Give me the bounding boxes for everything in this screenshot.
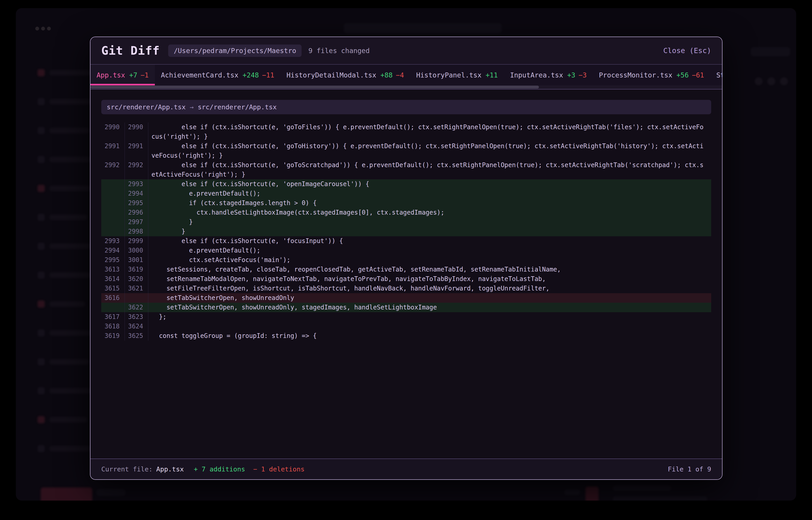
dimmed-topright-button (751, 47, 790, 56)
file-tab-app-tsx[interactable]: App.tsx+7−1 (91, 64, 155, 85)
diff-row-context: 29932999 else if (ctx.isShortcut(e, 'foc… (101, 236, 711, 246)
new-line-number: 3619 (125, 265, 148, 274)
diff-row-added: 2998 } (101, 227, 711, 236)
dimmed-sidebar-icon (38, 416, 45, 423)
tab-label: InputArea.tsx (510, 71, 563, 79)
file-tab-achievementcard-tsx[interactable]: AchievementCard.tsx+248−11 (155, 64, 280, 85)
code-line: } (148, 227, 704, 236)
diff-row-context: 36143620 setRenameTabModalOpen, navigate… (101, 274, 711, 284)
dimmed-sidebar-label (49, 446, 95, 451)
dimmed-sidebar-label (49, 214, 88, 220)
old-line-number: 2993 (101, 236, 125, 246)
code-line: ctx.handleSetLightboxImage(ctx.stagedIma… (148, 208, 704, 217)
dimmed-sidebar-label (49, 272, 92, 278)
code-line: else if (ctx.isShortcut(e, 'goToHistory'… (148, 141, 704, 160)
dimmed-sidebar-label (49, 99, 97, 105)
dimmed-topright-icon (780, 77, 788, 85)
diff-content: src/renderer/App.tsx → src/renderer/App.… (91, 89, 722, 459)
file-tab-processmonitor-tsx[interactable]: ProcessMonitor.tsx+56−61 (593, 64, 710, 85)
code-line: const toggleGroup = (groupId: string) =>… (148, 331, 704, 341)
old-line-number: 3615 (101, 284, 125, 293)
maximize-traffic-light-icon[interactable] (47, 27, 51, 30)
new-line-number: 2991 (125, 141, 148, 160)
old-line-number: 3619 (101, 331, 125, 341)
old-line-number: 2990 (101, 123, 125, 141)
code-line: else if (ctx.isShortcut(e, 'goToFiles'))… (148, 123, 704, 141)
diff-row-context: 36153621 setFileTreeFilterOpen, isShortc… (101, 284, 711, 293)
file-tab-inputarea-tsx[interactable]: InputArea.tsx+3−3 (504, 64, 593, 85)
minimize-traffic-light-icon[interactable] (41, 27, 45, 30)
deletions-count: − 1 deletions (253, 465, 304, 473)
new-line-number: 3625 (125, 331, 148, 341)
tab-additions: +248 (243, 71, 259, 79)
dimmed-bottom-right-pill (564, 489, 580, 495)
code-line: else if (ctx.isShortcut(e, 'openImageCar… (148, 179, 704, 189)
dimmed-sidebar-icon (38, 329, 45, 337)
diff-row-context: 29912991 else if (ctx.isShortcut(e, 'goT… (101, 141, 711, 160)
old-line-number: 3616 (101, 293, 125, 303)
dimmed-sidebar-label (49, 417, 88, 423)
dimmed-sidebar-icon (38, 69, 45, 76)
tab-additions: +7 (129, 71, 137, 79)
new-line-number: 2992 (125, 160, 148, 179)
dimmed-topright-icon (755, 77, 763, 85)
diff-row-context: 36183624 (101, 322, 711, 331)
file-tab-historypanel-tsx[interactable]: HistoryPanel.tsx+11 (410, 64, 504, 85)
file-position-indicator: File 1 of 9 (668, 465, 711, 473)
tabs-scrollbar-thumb[interactable] (91, 86, 539, 88)
dimmed-sidebar-icon (38, 214, 45, 221)
close-traffic-light-icon[interactable] (35, 27, 39, 30)
dimmed-titlebar-text (344, 23, 502, 33)
old-line-number: 2992 (101, 160, 125, 179)
old-line-number (101, 227, 125, 236)
tab-label: App.tsx (97, 71, 125, 79)
tab-label: Stand (716, 71, 722, 79)
tab-deletions: −3 (579, 71, 587, 79)
diff-row-context: 29922992 else if (ctx.isShortcut(e, 'goT… (101, 160, 711, 179)
code-line: setSessions, createTab, closeTab, reopen… (148, 265, 704, 274)
diff-row-context: 29953001 ctx.setActiveFocus('main'); (101, 255, 711, 265)
new-line-number: 2999 (125, 236, 148, 246)
close-button[interactable]: Close (Esc) (663, 46, 711, 55)
dimmed-sidebar-label (49, 301, 85, 307)
dimmed-bottom-pill (96, 489, 126, 496)
tab-deletions: −61 (692, 71, 704, 79)
old-line-number (101, 179, 125, 189)
new-line-number (125, 293, 148, 303)
dimmed-sidebar-icon (38, 271, 45, 279)
diff-row-added: 2994 e.preventDefault(); (101, 189, 711, 198)
screen: Git Diff /Users/pedram/Projects/Maestro … (0, 0, 812, 520)
dimmed-sidebar-icon (38, 156, 45, 163)
dimmed-status-text (613, 485, 671, 491)
files-changed-count: 9 files changed (308, 47, 370, 55)
additions-count: + 7 additions (194, 465, 245, 473)
file-tab-historydetailmodal-tsx[interactable]: HistoryDetailModal.tsx+88−4 (280, 64, 410, 85)
code-line: if (ctx.stagedImages.length > 0) { (148, 198, 704, 208)
tabs-scrollbar-track[interactable] (91, 85, 722, 89)
file-tab-stand[interactable]: Stand (710, 64, 722, 85)
diff-row-added: 2995 if (ctx.stagedImages.length > 0) { (101, 198, 711, 208)
diff-row-added: 2997 } (101, 217, 711, 227)
old-line-number (101, 189, 125, 198)
dimmed-sidebar-icon (38, 242, 45, 250)
dimmed-sidebar-icon (38, 98, 45, 105)
dimmed-sidebar-icon (38, 387, 45, 394)
dimmed-danger-button (41, 488, 92, 500)
tab-label: HistoryDetailModal.tsx (287, 71, 376, 79)
code-line: else if (ctx.isShortcut(e, 'goToScratchp… (148, 160, 704, 179)
old-line-number: 3613 (101, 265, 125, 274)
diff-row-context: 36173623 }; (101, 312, 711, 322)
dimmed-sidebar-label (49, 359, 90, 365)
old-line-number (101, 217, 125, 227)
new-line-number: 2997 (125, 217, 148, 227)
new-line-number: 2995 (125, 198, 148, 208)
code-line: e.preventDefault(); (148, 189, 704, 198)
diff-row-added: 2996 ctx.handleSetLightboxImage(ctx.stag… (101, 208, 711, 217)
code-line: } (148, 217, 704, 227)
code-line: setFileTreeFilterOpen, isShortcut, isTab… (148, 284, 704, 293)
new-line-number: 3623 (125, 312, 148, 322)
code-line: setRenameTabModalOpen, navigateToNextTab… (148, 274, 704, 284)
diff-row-context: 29943000 e.preventDefault(); (101, 246, 711, 255)
new-line-number: 3000 (125, 246, 148, 255)
file-rename-header: src/renderer/App.tsx → src/renderer/App.… (101, 100, 711, 114)
